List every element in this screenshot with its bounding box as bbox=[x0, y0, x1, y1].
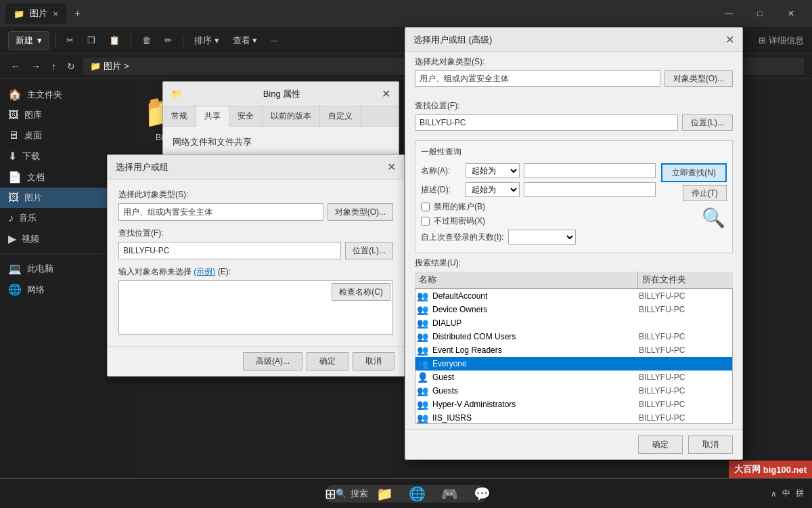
name-starts-select[interactable]: 起始为 bbox=[466, 163, 520, 178]
back-btn[interactable]: ← bbox=[8, 58, 23, 75]
sidebar-item-home[interactable]: 🏠 主文件夹 bbox=[0, 84, 135, 105]
result-row[interactable]: 👥 Everyone bbox=[415, 357, 732, 371]
taskbar-search-box[interactable]: 🔍 搜索 bbox=[325, 485, 487, 503]
delete-btn[interactable]: 🗑 bbox=[137, 33, 156, 48]
result-row[interactable]: 👥 Device Owners BILLYFU-PC bbox=[415, 303, 732, 316]
desc-query-input[interactable] bbox=[524, 182, 656, 197]
minimize-btn[interactable]: — bbox=[713, 0, 744, 27]
ok-btn[interactable]: 确定 bbox=[307, 352, 348, 371]
col-name-header: 名称 bbox=[415, 272, 638, 288]
check-names-btn[interactable]: 检查名称(C) bbox=[332, 283, 390, 301]
sort-btn[interactable]: 排序 ▾ bbox=[189, 32, 225, 49]
taskbar-search-label: 搜索 bbox=[351, 488, 368, 500]
object-type-btn[interactable]: 对象类型(O)... bbox=[328, 203, 393, 221]
taskbar-right: ∧ 中 拼 bbox=[771, 488, 804, 499]
tab-share[interactable]: 共享 bbox=[196, 106, 229, 127]
paste-btn[interactable]: 📋 bbox=[104, 33, 125, 48]
location-input[interactable]: BILLYFU-PC bbox=[118, 242, 341, 259]
result-row[interactable]: 👥 DIALUP bbox=[415, 316, 732, 330]
result-row[interactable]: 👥 IIS_IUSRS BILLYFU-PC bbox=[415, 411, 732, 424]
sidebar-label-documents: 文档 bbox=[27, 171, 45, 184]
stop-btn[interactable]: 停止(T) bbox=[683, 185, 727, 201]
result-row[interactable]: 👥 Hyper-V Administrators BILLYFU-PC bbox=[415, 398, 732, 411]
refresh-btn[interactable]: ↻ bbox=[64, 58, 78, 75]
new-button[interactable]: 新建 ▾ bbox=[8, 31, 49, 50]
results-label: 搜索结果(U): bbox=[415, 257, 733, 269]
result-location: BILLYFU-PC bbox=[636, 373, 731, 382]
more-btn[interactable]: ··· bbox=[265, 33, 284, 48]
result-name: Distributed COM Users bbox=[431, 332, 636, 341]
downloads-icon: ⬇ bbox=[8, 150, 17, 163]
name-query-input[interactable] bbox=[524, 163, 656, 178]
result-row[interactable]: 👥 DefaultAccount BILLYFU-PC bbox=[415, 289, 732, 303]
adv-object-type-row: 用户、组或内置安全主体 对象类型(O)... bbox=[415, 70, 733, 87]
up-btn[interactable]: ↑ bbox=[49, 58, 59, 75]
adv-location-input[interactable]: BILLYFU-PC bbox=[415, 114, 678, 131]
view-btn[interactable]: 查看 ▾ bbox=[227, 32, 263, 49]
cancel-btn[interactable]: 取消 bbox=[353, 352, 394, 371]
result-icon: 👥 bbox=[417, 291, 428, 301]
object-type-input[interactable]: 用户、组或内置安全主体 bbox=[118, 203, 323, 221]
adv-object-type-input[interactable]: 用户、组或内置安全主体 bbox=[415, 70, 660, 87]
result-row[interactable]: 👤 Guest BILLYFU-PC bbox=[415, 371, 732, 384]
tab-close-btn[interactable]: ✕ bbox=[53, 10, 58, 18]
select-user-small-close[interactable]: ✕ bbox=[387, 161, 396, 173]
bing-dialog-titlebar: 📁 Bing 属性 ✕ bbox=[163, 82, 399, 106]
result-row[interactable]: 👥 Guests BILLYFU-PC bbox=[415, 384, 732, 398]
bing-dialog-title: Bing 属性 bbox=[263, 88, 301, 100]
rename-btn[interactable]: ✏ bbox=[159, 33, 177, 48]
adv-dialog-close[interactable]: ✕ bbox=[725, 33, 734, 46]
adv-location-section: 查找位置(F): BILLYFU-PC 位置(L)... bbox=[405, 96, 742, 140]
result-icon: 👤 bbox=[417, 372, 428, 383]
result-row[interactable]: 👥 Distributed COM Users BILLYFU-PC bbox=[415, 330, 732, 343]
documents-icon: 📄 bbox=[8, 171, 22, 184]
tab-new-btn[interactable]: + bbox=[69, 5, 86, 22]
result-name: DIALUP bbox=[431, 318, 636, 328]
music-icon: ♪ bbox=[8, 212, 14, 224]
desc-starts-select[interactable]: 起始为 bbox=[466, 182, 520, 197]
no-expire-checkbox[interactable] bbox=[421, 217, 430, 226]
advanced-btn[interactable]: 高级(A)... bbox=[243, 352, 302, 371]
find-now-btn[interactable]: 立即查找(N) bbox=[661, 163, 727, 182]
copy-btn[interactable]: ❐ bbox=[82, 33, 101, 48]
disabled-checkbox-row: 禁用的账户(B) bbox=[421, 201, 656, 213]
watermark-url: big100.net bbox=[763, 465, 807, 475]
name-query-label: 名称(A): bbox=[421, 165, 461, 177]
tab-security[interactable]: 安全 bbox=[229, 106, 263, 126]
result-icon: 👥 bbox=[417, 399, 428, 410]
adv-ok-btn[interactable]: 确定 bbox=[638, 436, 683, 454]
window-controls: — □ ✕ bbox=[713, 0, 807, 27]
forward-btn[interactable]: → bbox=[28, 58, 43, 75]
sidebar-label-desktop: 桌面 bbox=[24, 129, 42, 142]
select-user-small-footer: 高级(A)... 确定 取消 bbox=[108, 346, 404, 376]
tab-custom[interactable]: 自定义 bbox=[320, 106, 361, 126]
sidebar-item-gallery[interactable]: 🖼 图库 bbox=[0, 105, 135, 125]
tab-general[interactable]: 常规 bbox=[163, 106, 196, 126]
result-icon: 👥 bbox=[417, 345, 428, 356]
new-label: 新建 bbox=[16, 35, 33, 47]
adv-dialog-title: 选择用户或组 (高级) bbox=[413, 34, 492, 46]
tab-previous[interactable]: 以前的版本 bbox=[263, 106, 320, 126]
sidebar-item-desktop[interactable]: 🖥 桌面 bbox=[0, 125, 135, 146]
result-row[interactable]: 👥 Event Log Readers BILLYFU-PC bbox=[415, 343, 732, 357]
result-name: Everyone bbox=[431, 359, 636, 368]
bing-dialog-close[interactable]: ✕ bbox=[382, 87, 390, 100]
disabled-checkbox[interactable] bbox=[421, 203, 430, 211]
cut-btn[interactable]: ✂ bbox=[61, 33, 79, 48]
location-btn[interactable]: 位置(L)... bbox=[345, 242, 393, 259]
adv-cancel-btn[interactable]: 取消 bbox=[688, 436, 733, 454]
network-icon: 🌐 bbox=[8, 283, 22, 296]
results-list[interactable]: 👥 DefaultAccount BILLYFU-PC 👥 Device Own… bbox=[415, 289, 733, 424]
general-query-title: 一般性查询 bbox=[421, 146, 727, 158]
result-location: BILLYFU-PC bbox=[636, 305, 731, 314]
enter-label-text: 输入对象名称来选择 bbox=[118, 267, 191, 276]
adv-object-type-btn[interactable]: 对象类型(O)... bbox=[664, 70, 733, 87]
close-btn[interactable]: ✕ bbox=[775, 0, 807, 27]
sidebar-label-music: 音乐 bbox=[19, 212, 37, 224]
adv-location-btn[interactable]: 位置(L)... bbox=[682, 114, 733, 131]
days-select[interactable] bbox=[508, 230, 576, 245]
result-name: Device Owners bbox=[431, 305, 636, 314]
tab-active[interactable]: 📁 图片 ✕ bbox=[5, 3, 66, 24]
maximize-btn[interactable]: □ bbox=[744, 0, 775, 27]
enter-link[interactable]: (示例) bbox=[194, 267, 215, 276]
